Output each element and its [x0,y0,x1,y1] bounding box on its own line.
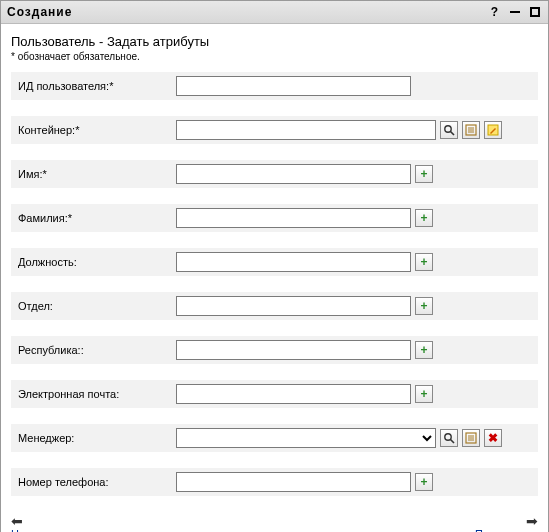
row-republic: Республика:: + [11,336,538,364]
content: Пользователь - Задать атрибуты * обознач… [1,24,548,508]
search-icon[interactable] [440,121,458,139]
label-manager: Менеджер: [16,432,176,444]
add-last-name-button[interactable]: + [415,209,433,227]
window-title: Создание [7,5,72,19]
plus-icon: + [420,475,427,489]
back-nav[interactable]: ⬅ Назад [11,514,43,532]
label-job-title: Должность: [16,256,176,268]
create-dialog: Создание ? Пользователь - Задать атрибут… [0,0,549,532]
row-email: Электронная почта: + [11,380,538,408]
page-subtitle: Пользователь - Задать атрибуты [11,32,538,51]
label-first-name: Имя:* [16,168,176,180]
label-last-name: Фамилия:* [16,212,176,224]
select-manager[interactable] [176,428,436,448]
label-user-id: ИД пользователя:* [16,80,176,92]
back-link: Назад [11,528,43,532]
svg-point-7 [445,434,451,440]
add-job-title-button[interactable]: + [415,253,433,271]
plus-icon: + [420,299,427,313]
row-job-title: Должность: + [11,248,538,276]
svg-line-8 [451,440,455,444]
add-republic-button[interactable]: + [415,341,433,359]
input-republic[interactable] [176,340,411,360]
required-note: * обозначает обязательное. [11,51,538,72]
add-email-button[interactable]: + [415,385,433,403]
svg-line-1 [451,132,455,136]
plus-icon: + [420,211,427,225]
manager-history-icon[interactable] [462,429,480,447]
history-icon[interactable] [462,121,480,139]
add-first-name-button[interactable]: + [415,165,433,183]
titlebar: Создание ? [1,1,548,24]
row-first-name: Имя:* + [11,160,538,188]
titlebar-controls: ? [488,5,542,19]
row-container: Контейнер:* [11,116,538,144]
plus-icon: + [420,387,427,401]
row-department: Отдел: + [11,292,538,320]
continue-link: Продолжить [475,528,538,532]
input-phone[interactable] [176,472,411,492]
label-phone: Номер телефона: [16,476,176,488]
minimize-icon[interactable] [508,5,522,19]
svg-point-0 [445,126,451,132]
input-department[interactable] [176,296,411,316]
input-last-name[interactable] [176,208,411,228]
manager-search-icon[interactable] [440,429,458,447]
input-job-title[interactable] [176,252,411,272]
edit-icon[interactable] [484,121,502,139]
plus-icon: + [420,343,427,357]
help-icon[interactable]: ? [488,5,502,19]
row-manager: Менеджер: ✖ [11,424,538,452]
row-user-id: ИД пользователя:* [11,72,538,100]
maximize-icon[interactable] [528,5,542,19]
input-email[interactable] [176,384,411,404]
plus-icon: + [420,255,427,269]
continue-nav[interactable]: ➡ Продолжить [475,514,538,532]
arrow-left-icon: ⬅ [11,514,23,528]
input-container[interactable] [176,120,436,140]
add-department-button[interactable]: + [415,297,433,315]
row-last-name: Фамилия:* + [11,204,538,232]
input-first-name[interactable] [176,164,411,184]
row-phone: Номер телефона: + [11,468,538,496]
footer: ⬅ Назад ➡ Продолжить [1,508,548,532]
arrow-right-icon: ➡ [526,514,538,528]
plus-icon: + [420,167,427,181]
label-container: Контейнер:* [16,124,176,136]
label-email: Электронная почта: [16,388,176,400]
add-phone-button[interactable]: + [415,473,433,491]
input-user-id[interactable] [176,76,411,96]
label-department: Отдел: [16,300,176,312]
manager-delete-icon[interactable]: ✖ [484,429,502,447]
label-republic: Республика:: [16,344,176,356]
